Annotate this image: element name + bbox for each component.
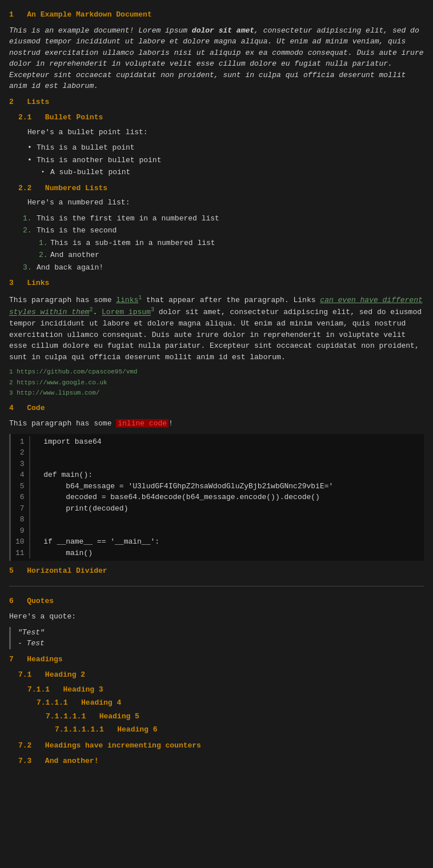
inline-code: inline code <box>116 419 169 428</box>
line-numbers: 1 2 3 4 5 6 7 8 9 10 11 <box>11 436 30 559</box>
quote-author: - Test <box>18 638 424 649</box>
section-6: 6 Quotes Here's a quote: "Test" - Test <box>9 596 424 649</box>
heading-1: 1 An Example Markdown Document <box>9 9 424 21</box>
list-item: And back again! <box>37 262 424 274</box>
footnote-3: 3 http://www.lipsum.com/ <box>9 388 424 398</box>
list-item: This is a sub-item in a numbered list <box>50 238 424 249</box>
quote-text: "Test" <box>18 627 424 638</box>
numbered-intro: Here's a numbered list: <box>18 197 424 208</box>
list-item: This is another bullet point A sub-bulle… <box>37 155 424 178</box>
section-2-1: 2.1 Bullet Points Here's a bullet point … <box>9 112 424 178</box>
section-7-1-1-1: 7.1.1.1 Heading 4 7.1.1.1.1 Heading 5 7.… <box>27 697 424 736</box>
list-item: This is the second This is a sub-item in… <box>37 225 424 261</box>
section-3: 3 Links This paragraph has some links1 t… <box>9 278 424 398</box>
intro-paragraph: This is an example document! Lorem ipsum… <box>9 25 424 92</box>
section-2-2: 2.2 Numbered Lists Here's a numbered lis… <box>9 183 424 274</box>
code-block: 1 2 3 4 5 6 7 8 9 10 11 import base64 de… <box>9 434 424 561</box>
list-item: And another <box>50 250 424 261</box>
section-7: 7 Headings 7.1 Heading 2 7.1.1 Heading 3… <box>9 654 424 767</box>
heading-7: 7 Headings <box>9 654 424 665</box>
section-2: 2 Lists 2.1 Bullet Points Here's a bulle… <box>9 97 424 274</box>
heading-7-2: 7.2 Headings have incrementing counters <box>18 740 424 752</box>
heading-6: 6 Quotes <box>9 596 424 607</box>
list-item: This is a bullet point <box>37 142 424 154</box>
quote-intro: Here's a quote: <box>9 611 424 622</box>
section-5: 5 Horizontal Divider <box>9 565 424 586</box>
heading-7-1-1-1-1-1: 7.1.1.1.1.1 Heading 6 <box>55 724 424 736</box>
heading-7-1: 7.1 Heading 2 <box>18 669 424 681</box>
section-7-1-1-1-1: 7.1.1.1.1 Heading 5 7.1.1.1.1.1 Heading … <box>37 711 424 736</box>
section-1: 1 An Example Markdown Document This is a… <box>9 9 424 92</box>
numbered-list: This is the first item in a numbered lis… <box>18 213 424 274</box>
heading-7-1-1-1: 7.1.1.1 Heading 4 <box>37 697 424 709</box>
heading-7-3: 7.3 And another! <box>18 756 424 767</box>
heading-5: 5 Horizontal Divider <box>9 565 424 577</box>
section-7-1-1-1-1-1: 7.1.1.1.1.1 Heading 6 <box>46 724 424 736</box>
heading-2-2: 2.2 Numbered Lists <box>18 183 424 194</box>
link-3[interactable]: Lorem ipsum <box>102 308 151 317</box>
section-7-2: 7.2 Headings have incrementing counters <box>9 740 424 752</box>
footnotes: 1 https://github.com/cpascoe95/vmd 2 htt… <box>9 367 424 398</box>
heading-3: 3 Links <box>9 278 424 289</box>
heading-2-1: 2.1 Bullet Points <box>18 112 424 123</box>
heading-7-1-1-1-1: 7.1.1.1.1 Heading 5 <box>46 711 424 722</box>
sub-numbered-list: This is a sub-item in a numbered list An… <box>37 238 424 261</box>
code-paragraph: This paragraph has some inline code! <box>9 418 424 429</box>
list-item: A sub-bullet point <box>50 167 424 178</box>
section-4: 4 Code This paragraph has some inline co… <box>9 403 424 561</box>
links-paragraph: This paragraph has some links1 that appe… <box>9 294 424 363</box>
list-item: This is the first item in a numbered lis… <box>37 213 424 224</box>
heading-2: 2 Lists <box>9 97 424 108</box>
section-7-1-1: 7.1.1 Heading 3 7.1.1.1 Heading 4 7.1.1.… <box>18 684 424 736</box>
bullet-intro: Here's a bullet point list: <box>18 127 424 138</box>
bullet-list: This is a bullet point This is another b… <box>18 142 424 178</box>
blockquote: "Test" - Test <box>9 627 424 649</box>
code-content: import base64 def main(): b64_message = … <box>30 436 338 559</box>
sub-bullet-list: A sub-bullet point <box>37 167 424 178</box>
section-7-3: 7.3 And another! <box>9 756 424 767</box>
horizontal-rule <box>9 586 424 586</box>
footnote-2: 2 https://www.google.co.uk <box>9 378 424 388</box>
section-7-1: 7.1 Heading 2 7.1.1 Heading 3 7.1.1.1 He… <box>9 669 424 736</box>
link-1[interactable]: links <box>116 296 138 304</box>
footnote-1: 1 https://github.com/cpascoe95/vmd <box>9 367 424 377</box>
heading-4: 4 Code <box>9 403 424 414</box>
heading-7-1-1: 7.1.1 Heading 3 <box>27 684 424 696</box>
